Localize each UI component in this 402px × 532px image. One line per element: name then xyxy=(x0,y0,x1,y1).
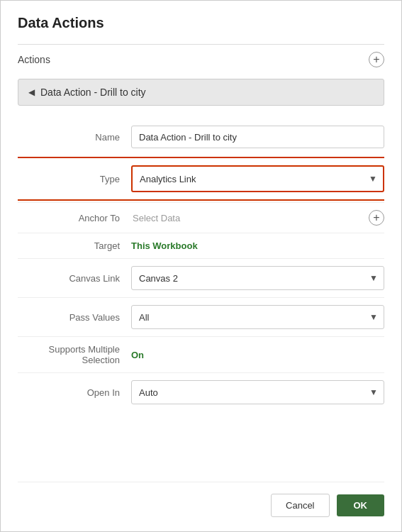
form-section: Name Type Analytics Link URL Filter ▼ An… xyxy=(18,118,384,475)
canvas-select[interactable]: Canvas 1 Canvas 2 Canvas 3 xyxy=(132,267,384,289)
type-select[interactable]: Analytics Link URL Filter xyxy=(133,167,383,191)
supports-multiple-toggle[interactable]: On xyxy=(131,350,144,360)
name-input[interactable] xyxy=(131,126,384,148)
target-workbook-link[interactable]: This Workbook xyxy=(131,240,198,251)
add-action-button[interactable]: + xyxy=(369,52,384,67)
type-label: Type xyxy=(18,174,131,184)
name-label: Name xyxy=(18,132,131,143)
ok-button[interactable]: OK xyxy=(337,494,385,516)
dialog-footer: Cancel OK xyxy=(18,482,384,517)
anchor-row: Anchor To Select Data + xyxy=(18,202,384,233)
data-actions-dialog: Data Actions Actions + ◀ Data Action - D… xyxy=(0,0,402,532)
action-item[interactable]: ◀ Data Action - Drill to city xyxy=(18,79,384,106)
pass-values-select[interactable]: All None Selected xyxy=(132,306,384,328)
type-row: Type Analytics Link URL Filter ▼ xyxy=(18,157,384,201)
actions-section-header: Actions + xyxy=(18,44,384,74)
canvas-link-label: Canvas Link xyxy=(18,273,131,284)
supports-multiple-label: Supports Multiple Selection xyxy=(18,344,131,365)
open-in-select[interactable]: Auto New Tab Current Tab xyxy=(132,381,384,404)
type-select-wrapper: Analytics Link URL Filter ▼ xyxy=(131,165,384,192)
anchor-add-button[interactable]: + xyxy=(369,210,384,226)
target-row: Target This Workbook xyxy=(18,233,384,258)
pass-values-select-wrapper: All None Selected ▼ xyxy=(131,305,384,329)
open-in-select-wrapper: Auto New Tab Current Tab ▼ xyxy=(131,380,384,404)
canvas-select-wrapper: Canvas 1 Canvas 2 Canvas 3 ▼ xyxy=(131,266,384,290)
target-label: Target xyxy=(18,240,131,251)
open-in-row: Open In Auto New Tab Current Tab ▼ xyxy=(18,372,384,411)
canvas-link-row: Canvas Link Canvas 1 Canvas 2 Canvas 3 ▼ xyxy=(18,258,384,297)
anchor-to-label: Anchor To xyxy=(18,213,131,223)
dialog-title: Data Actions xyxy=(18,15,384,31)
pass-values-row: Pass Values All None Selected ▼ xyxy=(18,297,384,336)
cancel-button[interactable]: Cancel xyxy=(271,494,329,517)
supports-multiple-row: Supports Multiple Selection On xyxy=(18,336,384,372)
anchor-select-data[interactable]: Select Data xyxy=(131,213,363,223)
action-item-label: Data Action - Drill to city xyxy=(40,87,146,98)
actions-section-label: Actions xyxy=(18,54,50,65)
open-in-label: Open In xyxy=(18,387,131,398)
name-row: Name xyxy=(18,118,384,155)
pass-values-label: Pass Values xyxy=(18,312,131,323)
action-item-collapse-icon: ◀ xyxy=(28,87,35,97)
